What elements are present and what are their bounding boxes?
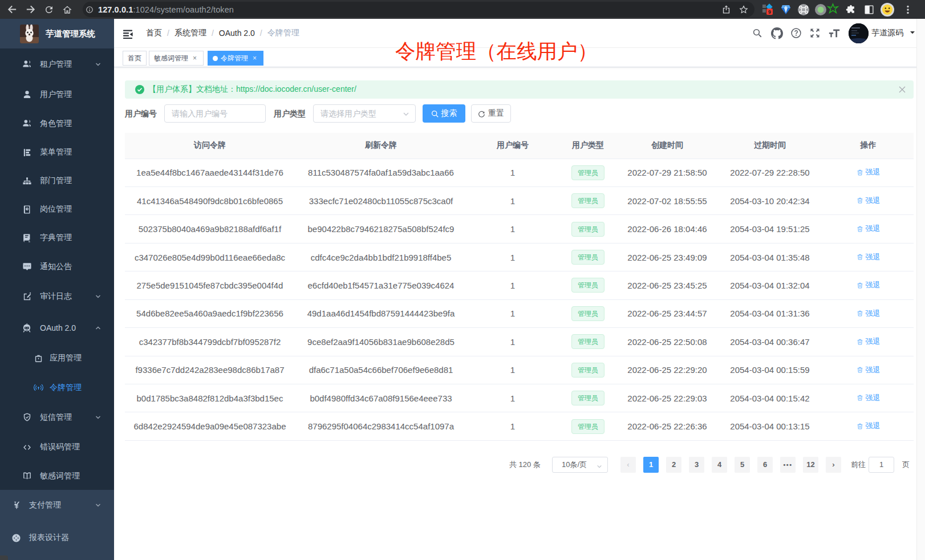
svg-text:9: 9 (768, 9, 771, 15)
